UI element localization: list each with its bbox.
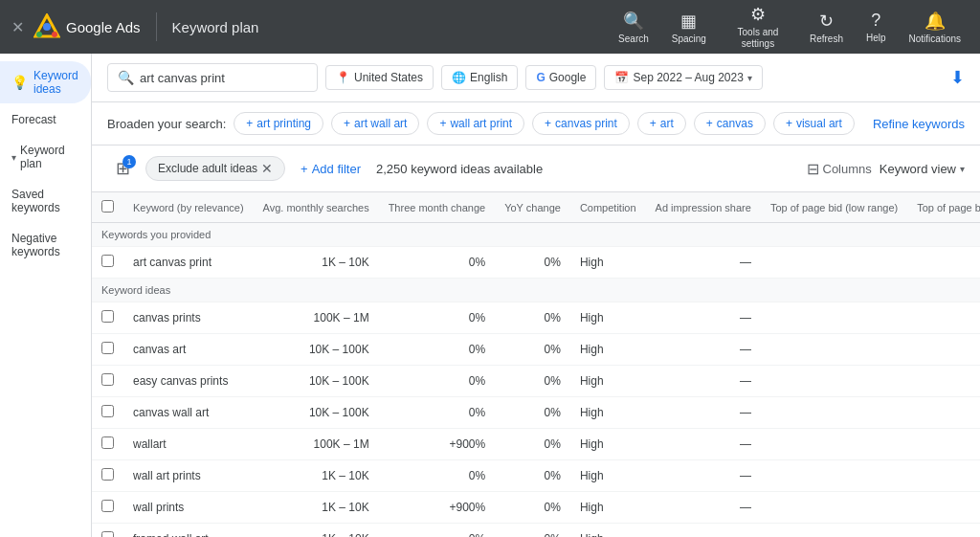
broaden-row: Broaden your search: + art printing + ar… [92,102,980,145]
help-nav-btn[interactable]: ? Help [858,7,894,47]
header-checkbox[interactable] [92,192,123,223]
row-three-month: 0% [379,460,496,492]
row-checkbox-cell[interactable] [92,334,123,366]
translate-icon: 🌐 [452,71,466,84]
close-button[interactable]: ✕ [11,18,24,36]
location-filter[interactable]: 📍 United States [325,65,434,90]
row-competition: High [570,397,646,429]
language-filter[interactable]: 🌐 English [441,65,518,90]
row-three-month: +900% [379,429,496,460]
row-bid-low [761,397,907,429]
row-yoy: 0% [495,247,570,279]
nav-actions: 🔍 Search ▦ Spacing BETA ⚙ Tools and sett… [611,0,969,54]
view-select[interactable]: Keyword view ▾ [880,162,965,176]
table-row: art canvas print 1K – 10K 0% 0% High — I… [92,247,980,279]
toolbar-row: ⊞ 1 Exclude adult ideas ✕ + Add filter 2… [92,145,980,192]
location-icon: 📍 [336,71,350,84]
download-button[interactable]: ⬇ [950,67,965,88]
row-checkbox[interactable] [101,436,114,449]
sidebar-item-saved-keywords[interactable]: Saved keywords [0,180,91,222]
help-icon: ? [871,11,880,31]
table-row: wallart 100K – 1M +900% 0% High — [92,429,980,460]
table-row: easy canvas prints 10K – 100K 0% 0% High… [92,366,980,397]
tools-nav-btn[interactable]: ⚙ Tools and settings [722,0,794,54]
search-icon: 🔍 [623,11,644,32]
row-keyword: wallart [123,429,254,460]
header-impression: Ad impression share [646,192,761,223]
spacing-nav-btn[interactable]: ▦ Spacing BETA [664,7,714,48]
row-avg-monthly: 1K – 10K [254,460,379,492]
remove-exclude-button[interactable]: ✕ [261,161,273,176]
table-row: canvas art 10K – 100K 0% 0% High — [92,334,980,366]
row-checkbox[interactable] [101,310,114,323]
row-checkbox[interactable] [101,342,114,354]
row-yoy: 0% [495,397,570,429]
row-bid-low [761,366,907,397]
tag-art-wall-art[interactable]: + art wall art [331,112,419,135]
refresh-nav-btn[interactable]: ↻ Refresh [802,7,851,48]
sidebar-item-forecast[interactable]: Forecast [0,105,91,134]
sidebar-item-keyword-ideas[interactable]: 💡 Keyword ideas [0,61,91,103]
row-avg-monthly: 10K – 100K [254,397,379,429]
row-checkbox-cell[interactable] [92,366,123,397]
row-checkbox-cell[interactable] [92,247,123,279]
page-title: Keyword plan [172,19,259,35]
add-filter-button[interactable]: + Add filter [293,158,368,180]
row-keyword: canvas art [123,334,254,366]
filter-badge: 1 [122,155,136,168]
sidebar-item-keyword-plan[interactable]: ▾ Keyword plan [0,136,91,178]
row-checkbox[interactable] [101,468,114,481]
row-checkbox-cell[interactable] [92,397,123,429]
row-keyword: framed wall art [123,524,254,538]
row-checkbox-cell[interactable] [92,460,123,492]
row-competition: High [570,492,646,524]
plus-icon: + [545,117,551,130]
notifications-icon: 🔔 [924,11,946,32]
columns-button[interactable]: ⊟ Columns [807,160,872,178]
tag-wall-art-print[interactable]: + wall art print [427,112,524,135]
toolbar-right: ⊟ Columns Keyword view ▾ [807,160,966,178]
search-nav-btn[interactable]: 🔍 Search [611,7,657,48]
row-impression: — [646,334,761,366]
tag-canvas[interactable]: + canvas [694,112,766,135]
row-avg-monthly: 100K – 1M [254,302,379,334]
plus-icon: + [246,117,253,130]
tag-art-printing[interactable]: + art printing [234,112,323,135]
row-impression: — [646,492,761,524]
search-icon: 🔍 [118,70,134,85]
date-filter[interactable]: 📅 Sep 2022 – Aug 2023 ▾ [604,65,762,90]
row-checkbox-cell[interactable] [92,302,123,334]
row-bid-low [761,334,907,366]
platform-filter[interactable]: G Google [525,65,596,90]
svg-point-1 [43,23,51,31]
sidebar-item-negative-keywords[interactable]: Negative keywords [0,224,91,266]
tag-art[interactable]: + art [637,112,686,135]
table-row: wall prints 1K – 10K +900% 0% High — [92,492,980,524]
keyword-table: Keyword (by relevance) Avg. monthly sear… [92,192,980,537]
tag-canvas-print[interactable]: + canvas print [532,112,630,135]
search-box[interactable]: 🔍 [107,63,318,92]
tag-visual-art[interactable]: + visual art [773,112,855,135]
search-input[interactable] [140,71,293,85]
row-checkbox-cell[interactable] [92,429,123,460]
select-all-checkbox[interactable] [101,200,114,213]
row-checkbox-cell[interactable] [92,524,123,538]
row-yoy: 0% [495,460,570,492]
row-three-month: 0% [379,334,496,366]
google-icon: G [536,71,545,84]
notifications-nav-btn[interactable]: 🔔 Notifications [902,7,969,48]
keyword-count: 2,250 keyword ideas available [376,162,543,176]
refine-keywords-button[interactable]: Refine keywords [873,117,965,131]
row-checkbox[interactable] [101,531,114,537]
svg-point-3 [52,32,57,37]
table-row: wall art prints 1K – 10K 0% 0% High — [92,460,980,492]
filter-icon-btn[interactable]: ⊞ 1 [107,153,138,184]
row-checkbox[interactable] [101,405,114,417]
row-checkbox[interactable] [101,255,114,267]
row-three-month: 0% [379,524,496,538]
row-checkbox-cell[interactable] [92,492,123,524]
row-checkbox[interactable] [101,373,114,386]
table-header: Keyword (by relevance) Avg. monthly sear… [92,192,980,223]
row-checkbox[interactable] [101,500,114,512]
row-keyword: art canvas print [123,247,254,279]
